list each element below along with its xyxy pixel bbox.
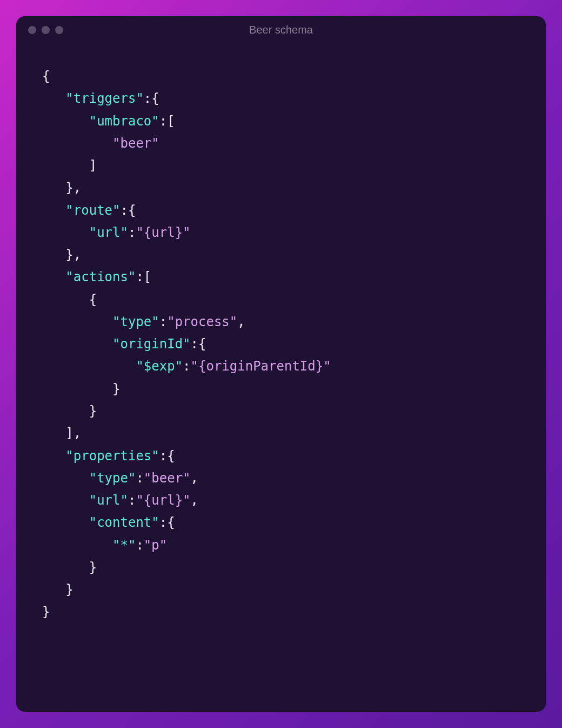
code-token-key: "type": [89, 471, 136, 486]
code-token-punct: ,: [237, 314, 245, 329]
code-token-key: "originId": [112, 336, 191, 352]
code-token-key: "content": [89, 515, 159, 530]
code-token-punct: :: [128, 225, 136, 240]
code-token-punct: }: [42, 381, 121, 396]
code-token-punct: :{: [159, 448, 175, 464]
code-token-key: "url": [89, 225, 128, 240]
code-token-key: "url": [89, 493, 128, 508]
code-token-punct: :: [136, 538, 143, 553]
code-token-str: "beer": [144, 471, 191, 486]
code-token-key: "properties": [65, 448, 159, 464]
code-token-punct: :{: [159, 515, 175, 530]
code-token-punct: :{: [191, 336, 206, 352]
code-token-punct: ]: [42, 158, 97, 173]
code-token-key: "actions": [65, 269, 136, 284]
code-token-punct: ,: [191, 471, 198, 486]
close-icon[interactable]: [28, 26, 36, 34]
titlebar: Beer schema: [16, 16, 546, 44]
code-token-punct: [42, 538, 112, 553]
code-window: Beer schema { "triggers":{ "umbraco":[ "…: [16, 16, 546, 712]
code-token-punct: }: [42, 582, 73, 597]
code-token-punct: },: [42, 180, 81, 195]
code-token-punct: [42, 493, 89, 508]
code-token-str: "process": [167, 314, 237, 329]
code-token-key: "route": [65, 203, 120, 218]
code-token-punct: [42, 336, 112, 352]
code-token-punct: :[: [136, 269, 151, 284]
code-token-punct: :{: [121, 203, 136, 218]
code-token-str: "p": [144, 538, 167, 553]
code-token-punct: [42, 114, 89, 129]
code-token-punct: }: [42, 403, 97, 419]
code-token-punct: [42, 91, 65, 106]
minimize-icon[interactable]: [42, 26, 50, 34]
code-token-punct: {: [42, 69, 50, 84]
code-token-punct: [42, 314, 112, 329]
code-token-punct: [42, 136, 112, 151]
code-token-punct: :: [136, 471, 143, 486]
code-token-punct: ,: [191, 493, 198, 508]
code-token-punct: {: [42, 292, 97, 307]
traffic-lights: [28, 26, 63, 34]
maximize-icon[interactable]: [55, 26, 63, 34]
code-token-punct: :: [183, 359, 190, 374]
code-token-punct: [42, 471, 89, 486]
code-token-punct: [42, 269, 65, 284]
code-token-str: "{url}": [136, 225, 190, 240]
code-token-key: "triggers": [65, 91, 144, 106]
code-token-punct: :[: [159, 114, 175, 129]
window-title: Beer schema: [249, 24, 313, 36]
code-token-punct: :: [128, 493, 136, 508]
code-token-punct: [42, 225, 89, 240]
code-token-punct: :: [159, 314, 167, 329]
code-token-punct: [42, 359, 136, 374]
code-token-str: "beer": [112, 136, 159, 151]
code-token-punct: [42, 203, 65, 218]
code-token-str: "{originParentId}": [191, 359, 331, 374]
code-token-punct: ],: [42, 426, 81, 441]
code-token-key: "*": [112, 538, 136, 553]
code-token-punct: }: [42, 604, 50, 619]
code-token-punct: [42, 515, 89, 530]
code-token-punct: [42, 448, 65, 464]
code-token-key: "umbraco": [89, 114, 159, 129]
code-token-key: "$exp": [136, 359, 183, 374]
code-block[interactable]: { "triggers":{ "umbraco":[ "beer" ] }, "…: [16, 44, 546, 712]
code-token-punct: },: [42, 247, 81, 262]
code-token-punct: :{: [144, 91, 159, 106]
code-token-str: "{url}": [136, 493, 190, 508]
code-token-key: "type": [112, 314, 159, 329]
code-token-punct: }: [42, 560, 97, 575]
